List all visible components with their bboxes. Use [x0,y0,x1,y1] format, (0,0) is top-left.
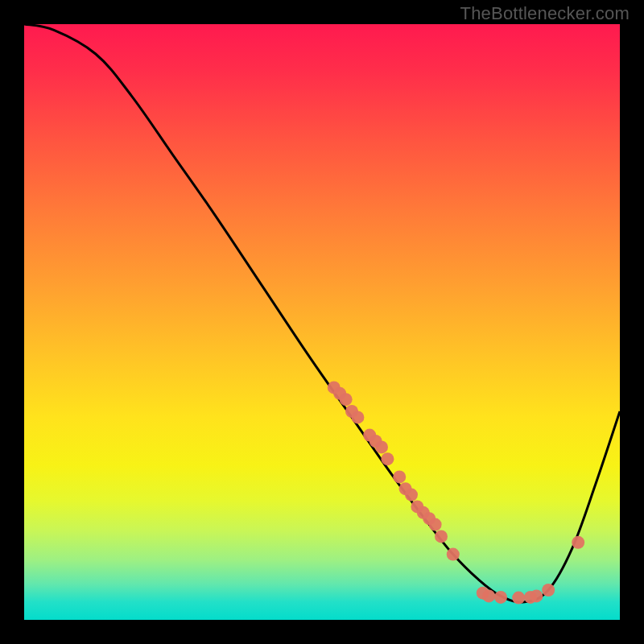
marker-point [572,536,584,549]
marker-point [512,592,525,605]
marker-point [447,548,460,561]
chart-svg [24,24,620,620]
marker-point [435,530,448,543]
bottleneck-curve-path [24,24,620,602]
curve-layer [24,24,620,602]
credit-label: TheBottlenecker.com [460,3,630,24]
marker-point [542,584,555,597]
marker-point [381,452,394,465]
marker-point [393,470,406,483]
marker-point [429,518,442,531]
marker-point [351,411,364,423]
plot-area [24,24,620,620]
marker-point [494,591,507,604]
marker-point [482,589,495,602]
marker-point [340,393,353,406]
chart-container: TheBottlenecker.com [0,0,644,644]
marker-point [375,440,388,453]
marker-point [405,489,418,502]
marker-layer [328,381,584,604]
marker-point [530,589,543,602]
